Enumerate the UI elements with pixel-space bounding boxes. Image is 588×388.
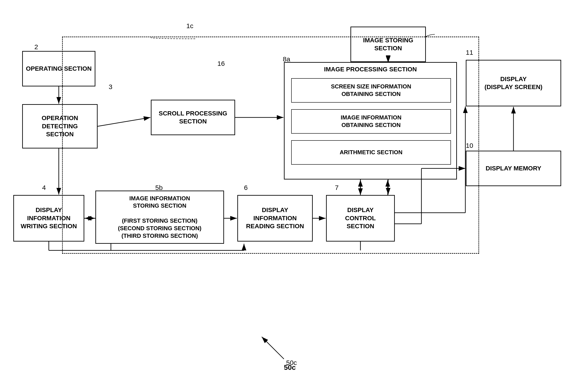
display-memory-label: DISPLAY MEMORY	[485, 164, 541, 172]
ref-4: 4	[42, 184, 46, 192]
figure-ref-label: 50c	[284, 364, 296, 372]
ref-1c: 1c	[186, 22, 193, 30]
svg-line-32	[262, 337, 284, 359]
display-label: DISPLAY(DISPLAY SCREEN)	[484, 75, 542, 91]
display-box: DISPLAY(DISPLAY SCREEN)	[466, 60, 561, 106]
display-memory-box: DISPLAY MEMORY	[466, 151, 561, 186]
ref-2: 2	[34, 43, 38, 51]
diagram: 2 3 1c 16 8a 12 13 14a 4 5b 6 7 9 11 10 …	[0, 0, 588, 388]
dashed-boundary-1c	[62, 37, 479, 254]
